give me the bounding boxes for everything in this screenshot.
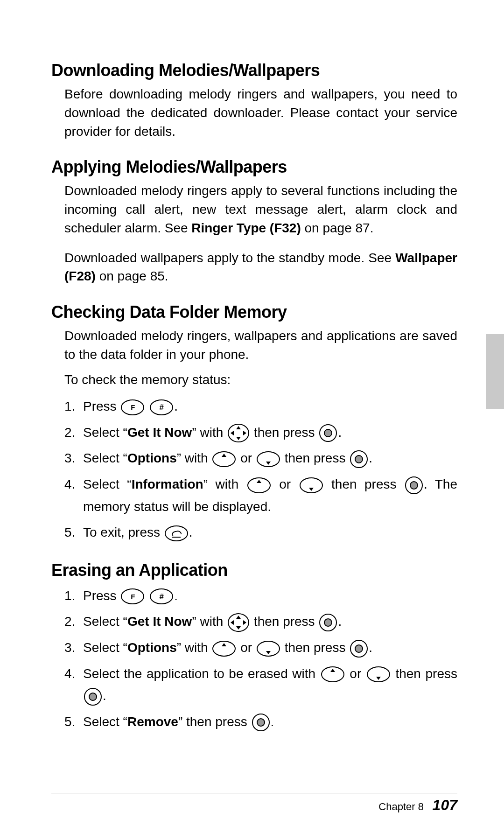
step-num: 2. [64, 421, 83, 444]
select-key-icon [405, 476, 423, 494]
text: Select “ [83, 451, 127, 465]
text: Select “ [83, 640, 127, 655]
select-key-icon [350, 640, 368, 658]
hash-key-icon: # [150, 399, 173, 415]
text: Select “ [83, 714, 127, 729]
text: To exit, press [83, 525, 164, 539]
step-5: 5.Select “Remove” then press . [64, 711, 457, 733]
key-label: F [122, 589, 143, 603]
text: . [103, 688, 106, 703]
para-mem-2: To check the memory status: [64, 371, 457, 389]
text: or [237, 451, 255, 465]
key-label: # [151, 400, 172, 414]
text: . [338, 425, 342, 440]
text: or [272, 477, 299, 491]
text: then press [250, 425, 318, 440]
text: ” with [192, 614, 227, 629]
steps-memory: 1.Press F #. 2.Select “Get It Now” with … [64, 395, 457, 544]
text: . [189, 525, 193, 539]
end-key-icon [165, 525, 188, 541]
step-num: 2. [64, 610, 83, 633]
step-4: 4.Select the application to be erased wi… [64, 663, 457, 707]
page-content: Downloading Melodies/Wallpapers Before d… [51, 61, 457, 749]
text: . [369, 451, 372, 465]
nav-up-icon [247, 477, 271, 493]
step-4: 4.Select “Information” with or then pres… [64, 473, 457, 518]
menu-get-it-now: Get It Now [127, 425, 192, 440]
text: Press [83, 399, 120, 413]
page-number: 107 [433, 797, 457, 813]
para-applying-1: Downloaded melody ringers apply to sever… [64, 182, 457, 237]
thumb-tab [486, 334, 504, 409]
section-erasing: Erasing an Application 1.Press F #. 2.Se… [51, 560, 457, 733]
menu-remove: Remove [127, 714, 178, 729]
text: ” with [177, 451, 212, 465]
step-num: 5. [64, 711, 83, 733]
select-key-icon [350, 450, 368, 468]
nav-up-icon [212, 641, 236, 657]
heading-checking-memory: Checking Data Folder Memory [51, 302, 457, 322]
text: . [174, 588, 178, 603]
step-3: 3.Select “Options” with or then press . [64, 637, 457, 659]
text: . [271, 714, 274, 729]
nav-4way-icon [228, 613, 249, 632]
select-key-icon [252, 714, 270, 731]
section-downloading: Downloading Melodies/Wallpapers Before d… [51, 61, 457, 140]
text: Select “ [83, 477, 132, 491]
ref-ringer-type: Ringer Type (F32) [191, 221, 301, 235]
select-key-icon [84, 688, 102, 706]
menu-options: Options [127, 640, 177, 655]
text: Select the application to be erased with [83, 666, 320, 681]
text: then press [391, 666, 457, 681]
select-key-icon [319, 614, 337, 631]
nav-down-icon [300, 477, 323, 493]
menu-get-it-now: Get It Now [127, 614, 192, 629]
heading-erasing: Erasing an Application [51, 560, 457, 580]
text: . [338, 614, 342, 629]
step-num: 4. [64, 663, 83, 685]
hash-key-icon: # [150, 588, 173, 604]
text: . [174, 399, 178, 413]
nav-down-icon [257, 451, 280, 467]
step-2: 2.Select “Get It Now” with then press . [64, 610, 457, 633]
text: or [345, 666, 366, 681]
text: on page 87. [301, 221, 374, 235]
section-applying: Applying Melodies/Wallpapers Downloaded … [51, 157, 457, 286]
text: then press [281, 640, 349, 655]
heading-applying: Applying Melodies/Wallpapers [51, 157, 457, 177]
key-label: F [122, 400, 143, 414]
step-num: 3. [64, 637, 83, 659]
text: ” with [203, 477, 246, 491]
select-key-icon [319, 424, 337, 442]
nav-4way-icon [228, 424, 249, 442]
step-num: 4. [64, 473, 83, 496]
text: ” then press [178, 714, 251, 729]
page-footer: Chapter 8 107 [378, 797, 457, 814]
text: Select “ [83, 614, 127, 629]
heading-downloading: Downloading Melodies/Wallpapers [51, 61, 457, 80]
footer-rule [51, 793, 457, 793]
step-5: 5.To exit, press . [64, 521, 457, 544]
chapter-label: Chapter 8 [378, 801, 424, 812]
menu-information: Information [132, 477, 203, 491]
text: then press [324, 477, 404, 491]
text: on page 85. [96, 269, 168, 283]
f-key-icon: F [121, 399, 144, 415]
step-2: 2.Select “Get It Now” with then press . [64, 421, 457, 444]
key-label: # [151, 589, 172, 603]
step-num: 3. [64, 447, 83, 469]
step-3: 3.Select “Options” with or then press . [64, 447, 457, 469]
nav-up-icon [212, 451, 236, 467]
text: Downloaded wallpapers apply to the stand… [64, 251, 395, 265]
text: Select “ [83, 425, 127, 440]
step-1: 1.Press F #. [64, 585, 457, 607]
text: . [369, 640, 372, 655]
para-downloading-1: Before downloading melody ringers and wa… [64, 85, 457, 140]
f-key-icon: F [121, 588, 144, 604]
menu-options: Options [127, 451, 177, 465]
text: ” with [192, 425, 227, 440]
steps-erasing: 1.Press F #. 2.Select “Get It Now” with … [64, 585, 457, 733]
step-1: 1.Press F #. [64, 395, 457, 418]
step-num: 1. [64, 585, 83, 607]
text: ” with [177, 640, 212, 655]
